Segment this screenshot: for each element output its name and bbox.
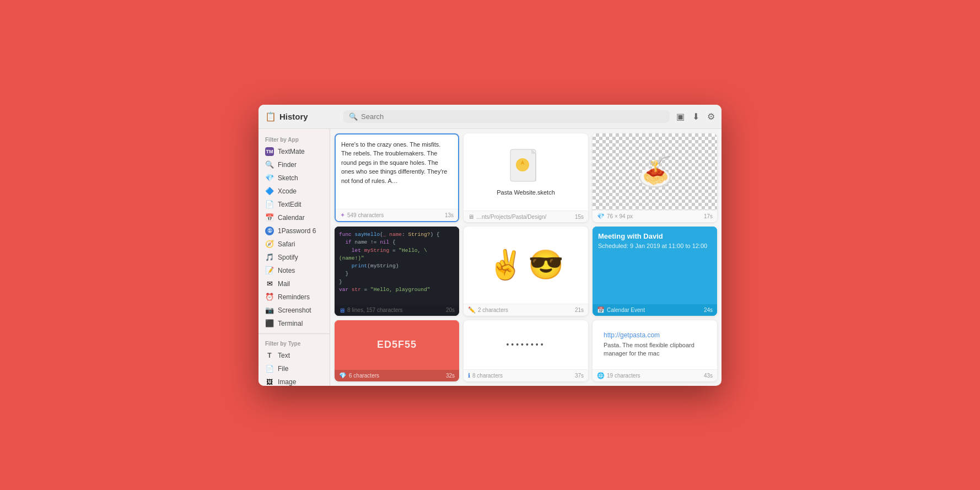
- sidebar-label-terminal: Terminal: [278, 320, 303, 327]
- sketch-icon: 💎: [265, 174, 274, 182]
- card-password[interactable]: •••••••• ℹ 8 characters 37s: [464, 320, 588, 381]
- sidebar-label-type-file: File: [278, 365, 288, 373]
- terminal-icon: ⬛: [265, 319, 274, 328]
- sidebar-item-sketch[interactable]: 💎 Sketch: [259, 171, 330, 185]
- sidebar-item-xcode[interactable]: 🔷 Xcode: [259, 185, 330, 198]
- card-emoji-footer: ✏️ 2 characters 21s: [464, 304, 588, 316]
- textedit-icon: 📄: [265, 200, 274, 209]
- sidebar-label-xcode: Xcode: [278, 187, 297, 195]
- card-calendar-footer-left: 📅 Calendar Event: [597, 306, 645, 314]
- card-text-footer-left: ✦ 549 characters: [340, 212, 384, 219]
- screenshot-icon: 📷: [265, 306, 274, 315]
- card-url-footer-label: 19 characters: [607, 373, 640, 379]
- card-calendar[interactable]: Meeting with David Scheduled: 9 Jan 2019…: [593, 227, 717, 316]
- card-code-footer-time: 20s: [446, 307, 455, 313]
- card-color-content: ED5F55: [335, 320, 459, 370]
- sidebar-item-calendar[interactable]: 📅 Calendar: [259, 211, 330, 224]
- card-text-footer-icon: ✦: [340, 212, 345, 219]
- sidebar-label-type-text: Text: [278, 352, 290, 359]
- sidebar-item-type-file[interactable]: 📄 File: [259, 362, 330, 375]
- sidebar-item-textmate[interactable]: TM TextMate: [259, 145, 330, 158]
- spotify-icon: 🎵: [265, 253, 274, 262]
- card-emoji-footer-icon: ✏️: [468, 306, 476, 314]
- card-color-footer-left: 💎 6 characters: [339, 372, 379, 379]
- sidebar-item-mail[interactable]: ✉ Mail: [259, 277, 330, 290]
- sidebar-item-1password[interactable]: ① 1Password 6: [259, 224, 330, 238]
- card-url-footer-time: 43s: [704, 373, 713, 379]
- sidebar-item-reminders[interactable]: ⏰ Reminders: [259, 290, 330, 304]
- download-icon[interactable]: ⬇: [692, 111, 699, 122]
- card-image-body: 🍝: [593, 133, 717, 211]
- card-image[interactable]: 🍝 💎 76 × 94 px 17s: [593, 133, 717, 223]
- card-code-footer-label: 8 lines, 157 characters: [347, 307, 403, 313]
- card-emoji-footer-left: ✏️ 2 characters: [468, 306, 508, 314]
- sidebar-label-finder: Finder: [278, 161, 297, 169]
- card-image-footer-icon: 💎: [597, 213, 605, 220]
- title-bar: 📋 History 🔍 ▣ ⬇ ⚙: [259, 105, 721, 129]
- sidebar-item-type-image[interactable]: 🖼 Image: [259, 375, 330, 386]
- pasta-emoji: 🍝: [637, 155, 673, 189]
- card-password-footer-time: 37s: [575, 373, 584, 379]
- safari-icon: 🧭: [265, 240, 274, 249]
- card-emoji-footer-label: 2 characters: [478, 307, 508, 313]
- card-password-footer-icon: ℹ: [468, 372, 470, 379]
- sidebar-item-notes[interactable]: 📝 Notes: [259, 264, 330, 277]
- card-password-body: ••••••••: [464, 320, 588, 369]
- type-image-icon: 🖼: [265, 378, 274, 386]
- emoji-peace: ✌️: [488, 248, 524, 282]
- 1password-icon: ①: [265, 227, 274, 235]
- card-sketch-file[interactable]: Pasta Website.sketch 🖥 …nts/Projects/Pas…: [464, 133, 588, 223]
- card-calendar-footer-icon: 📅: [597, 306, 605, 314]
- search-input[interactable]: [361, 112, 664, 121]
- filter-by-type-label: Filter by Type: [259, 337, 330, 349]
- sidebar-item-type-text[interactable]: T Text: [259, 349, 330, 362]
- panel-icon[interactable]: ▣: [676, 111, 685, 122]
- sidebar: Filter by App TM TextMate 🔍 Finder 💎 Ske…: [259, 129, 330, 386]
- card-file-footer-label: …nts/Projects/Pasta/Design/: [476, 214, 546, 220]
- card-image-footer-left: 💎 76 × 94 px: [597, 213, 633, 220]
- card-image-footer-time: 17s: [704, 213, 713, 219]
- card-text[interactable]: Here's to the crazy ones. The misfits. T…: [335, 133, 459, 223]
- card-url-content: http://getpasta.com Pasta. The most flex…: [598, 326, 712, 364]
- filter-by-app-label: Filter by App: [259, 133, 330, 145]
- sidebar-label-calendar: Calendar: [278, 214, 305, 222]
- sidebar-label-mail: Mail: [278, 280, 290, 288]
- sidebar-label-sketch: Sketch: [278, 174, 298, 182]
- sidebar-label-1password: 1Password 6: [278, 227, 316, 235]
- card-url-footer: 🌐 19 characters 43s: [593, 369, 717, 381]
- card-image-content: 🍝: [593, 133, 717, 211]
- file-svg: [509, 148, 542, 187]
- card-code-footer-left: 🖥 8 lines, 157 characters: [339, 307, 403, 314]
- card-color-footer-icon: 💎: [339, 372, 347, 379]
- card-password-footer: ℹ 8 characters 37s: [464, 369, 588, 381]
- card-calendar-content: Meeting with David Scheduled: 9 Jan 2019…: [593, 227, 717, 304]
- card-emoji[interactable]: ✌️ 😎 ✏️ 2 characters 21s: [464, 227, 588, 316]
- type-text-icon: T: [265, 351, 274, 360]
- settings-icon[interactable]: ⚙: [707, 111, 715, 122]
- sidebar-label-safari: Safari: [278, 240, 295, 248]
- sidebar-item-terminal[interactable]: ⬛ Terminal: [259, 317, 330, 330]
- sidebar-item-textedit[interactable]: 📄 TextEdit: [259, 198, 330, 211]
- card-url-body: http://getpasta.com Pasta. The most flex…: [593, 320, 717, 369]
- sidebar-item-finder[interactable]: 🔍 Finder: [259, 158, 330, 171]
- cards-grid: Here's to the crazy ones. The misfits. T…: [330, 129, 721, 386]
- card-url[interactable]: http://getpasta.com Pasta. The most flex…: [593, 320, 717, 381]
- main-content: Filter by App TM TextMate 🔍 Finder 💎 Ske…: [259, 129, 721, 386]
- card-text-footer: ✦ 549 characters 13s: [336, 209, 458, 221]
- sidebar-item-spotify[interactable]: 🎵 Spotify: [259, 251, 330, 264]
- title-bar-left: 📋 History: [265, 111, 337, 121]
- card-calendar-body: Meeting with David Scheduled: 9 Jan 2019…: [593, 227, 717, 304]
- card-color[interactable]: ED5F55 💎 6 characters 32s: [335, 320, 459, 381]
- sidebar-item-screenshot[interactable]: 📷 Screenshot: [259, 304, 330, 317]
- card-code[interactable]: func sayHello(_ name: String?) { if name…: [335, 227, 459, 316]
- search-bar[interactable]: 🔍: [343, 110, 670, 123]
- xcode-icon: 🔷: [265, 187, 274, 196]
- title-bar-right: ▣ ⬇ ⚙: [676, 111, 715, 122]
- card-text-body: Here's to the crazy ones. The misfits. T…: [336, 134, 458, 209]
- sidebar-item-safari[interactable]: 🧭 Safari: [259, 238, 330, 251]
- url-link-text: http://getpasta.com: [604, 331, 706, 339]
- card-text-footer-label: 549 characters: [347, 212, 384, 218]
- card-text-content: Here's to the crazy ones. The misfits. T…: [341, 140, 453, 186]
- card-emoji-body: ✌️ 😎: [464, 227, 588, 304]
- svg-point-2: [516, 158, 529, 171]
